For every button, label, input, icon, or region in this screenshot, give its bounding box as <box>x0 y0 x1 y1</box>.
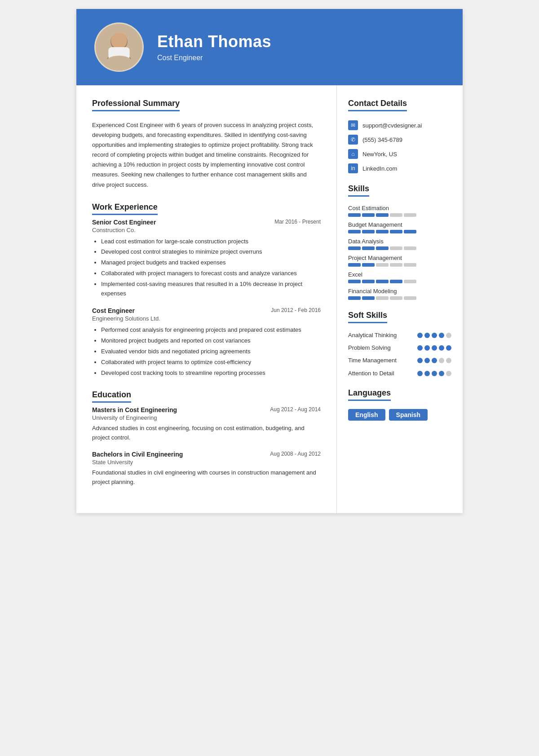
skill-bar <box>348 280 451 283</box>
main-column: Professional Summary Experienced Cost En… <box>76 85 337 513</box>
job-bullet: Monitored project budgets and reported o… <box>101 336 321 346</box>
soft-skill-dot <box>432 333 437 338</box>
skills-container: Cost Estimation Budget Management Data A… <box>348 205 451 300</box>
contact-item: ✉ support@cvdesigner.ai <box>348 120 451 130</box>
skill-segment <box>390 263 402 267</box>
contact-icon: ⌂ <box>348 149 358 159</box>
dots-container <box>417 345 451 351</box>
skill-name: Budget Management <box>348 221 451 228</box>
skill-segment <box>390 296 402 300</box>
svg-point-3 <box>111 33 127 49</box>
language-tag: English <box>348 409 385 421</box>
skill-segment <box>376 280 389 283</box>
header-name: Ethan Thomas <box>157 32 271 51</box>
job-bullet: Managed project budgets and tracked expe… <box>101 258 321 268</box>
soft-skill-item: Analytical Thinking <box>348 331 451 339</box>
soft-skill-dot <box>432 358 437 363</box>
contact-icon: ✉ <box>348 120 358 130</box>
contact-title: Contact Details <box>348 99 407 111</box>
job-item: Senior Cost Engineer Construction Co. Ma… <box>92 219 321 299</box>
skill-segment <box>348 213 361 217</box>
skill-segment <box>390 280 402 283</box>
edu-header: Bachelors in Civil Engineering State Uni… <box>92 451 321 466</box>
skill-name: Data Analysis <box>348 238 451 245</box>
soft-skill-dot <box>424 371 430 376</box>
edu-degree: Bachelors in Civil Engineering <box>92 451 183 458</box>
skill-name: Project Management <box>348 255 451 261</box>
skill-bar <box>348 263 451 267</box>
soft-skills-container: Analytical Thinking Problem Solving Time… <box>348 331 451 378</box>
job-header: Senior Cost Engineer Construction Co. Ma… <box>92 219 321 233</box>
skill-segment <box>404 246 416 250</box>
header-title: Cost Engineer <box>157 54 271 62</box>
job-bullet: Developed cost tracking tools to streaml… <box>101 369 321 378</box>
job-bullet: Collaborated with project teams to optim… <box>101 358 321 367</box>
skill-bar <box>348 296 451 300</box>
skill-segment <box>404 280 416 283</box>
edu-date: Aug 2012 - Aug 2014 <box>270 406 321 413</box>
soft-skill-dot <box>424 333 430 338</box>
edu-desc: Advanced studies in cost engineering, fo… <box>92 424 321 443</box>
work-experience-title: Work Experience <box>92 202 158 215</box>
job-bullet: Performed cost analysis for engineering … <box>101 325 321 335</box>
contact-item: in LinkedIn.com <box>348 163 451 173</box>
job-bullet: Lead cost estimation for large-scale con… <box>101 237 321 246</box>
header-info: Ethan Thomas Cost Engineer <box>157 32 271 62</box>
skill-name: Cost Estimation <box>348 205 451 211</box>
skills-section: Skills Cost Estimation Budget Management… <box>348 184 451 300</box>
skill-segment <box>348 230 361 233</box>
skill-name: Excel <box>348 271 451 278</box>
summary-section: Professional Summary Experienced Cost En… <box>92 99 321 190</box>
contact-value: (555) 345-6789 <box>362 136 402 143</box>
job-left: Senior Cost Engineer Construction Co. <box>92 219 156 233</box>
soft-skill-dot <box>446 333 451 338</box>
skill-item: Cost Estimation <box>348 205 451 217</box>
skill-segment <box>362 296 375 300</box>
job-bullets: Lead cost estimation for large-scale con… <box>92 237 321 299</box>
job-bullet: Implemented cost-saving measures that re… <box>101 280 321 299</box>
side-column: Contact Details ✉ support@cvdesigner.ai … <box>337 85 463 513</box>
skill-item: Financial Modeling <box>348 288 451 300</box>
edu-degree: Masters in Cost Engineering <box>92 406 177 413</box>
contact-icon: ✆ <box>348 135 358 145</box>
job-company: Engineering Solutions Ltd. <box>92 315 160 322</box>
soft-skill-dot <box>432 371 437 376</box>
skill-item: Excel <box>348 271 451 283</box>
soft-skill-dot <box>424 345 430 351</box>
skill-segment <box>376 246 389 250</box>
language-tag: Spanish <box>389 409 428 421</box>
soft-skill-name: Time Management <box>348 356 417 365</box>
soft-skill-dot <box>446 371 451 376</box>
education-item: Masters in Cost Engineering University o… <box>92 406 321 443</box>
summary-title: Professional Summary <box>92 99 180 111</box>
skill-segment <box>348 280 361 283</box>
soft-skill-name: Attention to Detail <box>348 369 417 378</box>
soft-skill-item: Attention to Detail <box>348 369 451 378</box>
languages-title: Languages <box>348 388 391 401</box>
education-title: Education <box>92 390 131 403</box>
edu-school: State University <box>92 459 183 466</box>
skill-segment <box>376 213 389 217</box>
skill-segment <box>348 263 361 267</box>
soft-skill-item: Problem Solving <box>348 344 451 352</box>
skill-segment <box>404 230 416 233</box>
soft-skill-item: Time Management <box>348 356 451 365</box>
job-bullet: Evaluated vendor bids and negotiated pri… <box>101 347 321 356</box>
contact-icon: in <box>348 163 358 173</box>
edu-left: Masters in Cost Engineering University o… <box>92 406 177 421</box>
edu-desc: Foundational studies in civil engineerin… <box>92 468 321 487</box>
contact-value: LinkedIn.com <box>362 165 397 172</box>
soft-skill-dot <box>439 333 444 338</box>
edu-header: Masters in Cost Engineering University o… <box>92 406 321 421</box>
soft-skill-dot <box>446 345 451 351</box>
skill-bar <box>348 213 451 217</box>
job-bullet: Collaborated with project managers to fo… <box>101 269 321 278</box>
skill-segment <box>362 280 375 283</box>
contact-value: NewYork, US <box>362 151 397 158</box>
skill-segment <box>376 296 389 300</box>
education-container: Masters in Cost Engineering University o… <box>92 406 321 487</box>
skill-segment <box>390 230 402 233</box>
skill-segment <box>376 230 389 233</box>
skill-segment <box>404 213 416 217</box>
education-item: Bachelors in Civil Engineering State Uni… <box>92 451 321 487</box>
